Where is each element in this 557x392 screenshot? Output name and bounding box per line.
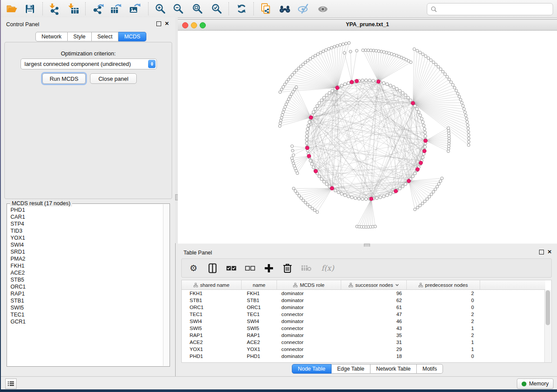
network-leaf-node[interactable] — [367, 49, 370, 52]
cell-successor-nodes[interactable]: 18 — [341, 353, 407, 360]
network-leaf-node[interactable] — [439, 68, 442, 70]
export-network-icon[interactable] — [91, 3, 104, 15]
close-panel-button[interactable]: Close panel — [90, 73, 137, 84]
tab-style[interactable]: Style — [68, 32, 92, 41]
network-dominator-node[interactable] — [419, 161, 423, 165]
network-node[interactable] — [389, 84, 392, 87]
network-node[interactable] — [311, 162, 314, 165]
network-leaf-node[interactable] — [314, 54, 317, 57]
network-node[interactable] — [334, 189, 337, 192]
float-panel-icon[interactable] — [539, 250, 544, 254]
cell-name[interactable]: RAP1 — [242, 332, 277, 339]
network-leaf-node[interactable] — [292, 154, 295, 156]
cell-shared-name[interactable]: STB1 — [182, 297, 242, 304]
network-node[interactable] — [347, 82, 350, 85]
network-leaf-node[interactable] — [430, 193, 432, 196]
network-node[interactable] — [422, 124, 426, 127]
network-node[interactable] — [404, 94, 407, 97]
network-leaf-node[interactable] — [467, 134, 470, 136]
network-node[interactable] — [318, 175, 321, 178]
network-node[interactable] — [372, 79, 375, 83]
task-history-button[interactable] — [5, 378, 17, 389]
network-node[interactable] — [401, 92, 405, 95]
network-leaf-node[interactable] — [437, 182, 440, 185]
network-canvas[interactable] — [178, 31, 556, 244]
cell-shared-name[interactable]: TEC1 — [182, 311, 242, 318]
import-network-icon[interactable] — [48, 3, 61, 15]
network-node[interactable] — [328, 92, 331, 95]
network-node[interactable] — [368, 79, 371, 82]
cell-name[interactable]: STB1 — [242, 297, 277, 304]
network-leaf-node[interactable] — [289, 76, 291, 79]
network-dominator-node[interactable] — [377, 80, 381, 84]
network-node[interactable] — [308, 120, 311, 124]
cell-successor-nodes[interactable]: 96 — [341, 290, 407, 297]
cell-shared-name[interactable]: YOX1 — [182, 346, 242, 353]
network-leaf-node[interactable] — [298, 194, 301, 197]
open-file-icon[interactable] — [5, 3, 18, 15]
network-node[interactable] — [314, 107, 317, 110]
cell-name[interactable]: TEC1 — [242, 311, 277, 318]
column-header-predecessor-nodes[interactable]: predecessor nodes — [407, 280, 480, 289]
network-dominator-node[interactable] — [305, 146, 309, 150]
network-node[interactable] — [395, 87, 398, 90]
table-row[interactable]: ACE2ACE2connector311 — [182, 339, 545, 346]
float-panel-icon[interactable] — [156, 21, 161, 26]
mcds-result-item[interactable]: GCR1 — [10, 318, 163, 325]
mcds-result-item[interactable]: SWI5 — [10, 304, 163, 311]
network-dominator-node[interactable] — [424, 139, 428, 143]
network-leaf-node[interactable] — [416, 206, 419, 209]
network-dominator-node[interactable] — [314, 169, 318, 173]
network-node[interactable] — [325, 182, 328, 186]
cell-successor-nodes[interactable]: 31 — [341, 339, 407, 346]
network-node[interactable] — [421, 156, 424, 159]
network-node[interactable] — [340, 84, 343, 87]
network-node[interactable] — [350, 196, 353, 199]
network-node[interactable] — [389, 193, 392, 196]
cell-predecessor-nodes[interactable]: 1 — [407, 325, 480, 332]
mcds-result-item[interactable]: ACE2 — [10, 269, 163, 276]
cell-successor-nodes[interactable]: 62 — [341, 297, 407, 304]
table-row[interactable]: TEC1TEC1connector472 — [182, 311, 545, 318]
import-table-icon[interactable] — [67, 3, 80, 15]
export-image-icon[interactable] — [128, 3, 141, 15]
column-header-name[interactable]: name — [242, 280, 277, 289]
network-leaf-node[interactable] — [349, 50, 352, 53]
network-leaf-node[interactable] — [467, 141, 470, 143]
network-leaf-node[interactable] — [362, 49, 364, 52]
network-leaf-node[interactable] — [434, 188, 436, 190]
cell-MCDS-role[interactable]: dominator — [277, 297, 341, 304]
cell-name[interactable]: FKH1 — [242, 290, 277, 297]
network-node[interactable] — [421, 120, 424, 124]
table-row[interactable]: SWI4SWI4dominator462 — [182, 318, 545, 325]
network-leaf-node[interactable] — [280, 116, 283, 119]
network-node[interactable] — [306, 127, 309, 131]
show-columns-icon[interactable] — [207, 262, 218, 274]
network-dominator-node[interactable] — [411, 101, 415, 105]
search-network-icon[interactable] — [278, 3, 291, 15]
network-node[interactable] — [361, 79, 364, 82]
network-node[interactable] — [305, 134, 308, 138]
network-leaf-node[interactable] — [280, 88, 283, 91]
table-row[interactable]: STB1STB1dominator620 — [182, 297, 545, 304]
cell-name[interactable]: PHD1 — [242, 353, 277, 360]
unselect-all-columns-icon[interactable] — [244, 262, 256, 274]
network-node[interactable] — [343, 83, 346, 86]
network-leaf-node[interactable] — [458, 95, 460, 98]
network-node[interactable] — [404, 182, 407, 186]
network-leaf-node[interactable] — [441, 177, 443, 179]
cell-MCDS-role[interactable]: dominator — [277, 332, 341, 339]
network-leaf-node[interactable] — [459, 98, 462, 101]
cell-shared-name[interactable]: SWI4 — [182, 318, 242, 325]
network-leaf-node[interactable] — [463, 107, 465, 110]
network-leaf-node[interactable] — [325, 48, 327, 51]
network-leaf-node[interactable] — [295, 69, 298, 72]
cell-name[interactable]: ORC1 — [242, 304, 277, 311]
network-leaf-node[interactable] — [291, 149, 294, 152]
table-scrollbar[interactable] — [544, 290, 551, 362]
network-leaf-node[interactable] — [283, 108, 285, 111]
network-leaf-node[interactable] — [296, 172, 299, 175]
cell-successor-nodes[interactable]: 46 — [341, 318, 407, 325]
network-dominator-node[interactable] — [370, 197, 374, 201]
network-leaf-node[interactable] — [457, 92, 459, 95]
